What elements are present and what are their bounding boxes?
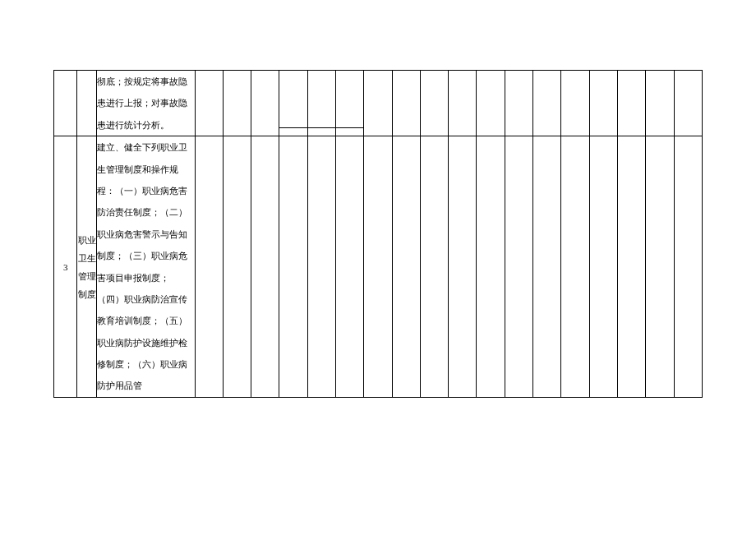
empty-cell	[223, 71, 251, 136]
description-text: 彻底；按规定将事故隐患进行上报；对事故隐患进行统计分析。	[97, 76, 187, 130]
category-cell: 职业卫生管理制度	[77, 136, 97, 398]
empty-cell	[505, 136, 532, 398]
document-table: 彻底；按规定将事故隐患进行上报；对事故隐患进行统计分析。	[53, 70, 703, 398]
empty-cell	[223, 136, 251, 398]
empty-cell	[364, 71, 392, 136]
empty-cell	[646, 136, 674, 398]
empty-cell	[561, 71, 589, 136]
empty-cell	[279, 128, 307, 136]
description-cell: 建立、健全下列职业卫生管理制度和操作规程：（一）职业病危害防治责任制度；（二）职…	[97, 136, 195, 398]
empty-cell	[307, 136, 335, 398]
empty-cell	[279, 71, 307, 128]
description-text: 建立、健全下列职业卫生管理制度和操作规程：（一）职业病危害防治责任制度；（二）职…	[97, 142, 187, 390]
empty-cell	[477, 136, 505, 398]
empty-cell	[307, 71, 335, 128]
empty-cell	[335, 136, 363, 398]
description-cell: 彻底；按规定将事故隐患进行上报；对事故隐患进行统计分析。	[97, 71, 195, 136]
row-number: 3	[63, 262, 68, 272]
empty-cell	[449, 136, 477, 398]
empty-cell	[251, 71, 279, 136]
empty-cell	[420, 71, 448, 136]
empty-cell	[392, 136, 420, 398]
empty-cell	[505, 71, 532, 136]
empty-cell	[364, 136, 392, 398]
empty-cell	[617, 71, 645, 136]
empty-cell	[617, 136, 645, 398]
empty-cell	[392, 71, 420, 136]
row-number-cell	[54, 71, 77, 136]
empty-cell	[674, 136, 702, 398]
empty-cell	[477, 71, 505, 136]
empty-cell	[561, 136, 589, 398]
empty-cell	[646, 71, 674, 136]
empty-cell	[251, 136, 279, 398]
table-row: 彻底；按规定将事故隐患进行上报；对事故隐患进行统计分析。	[54, 71, 703, 128]
empty-cell	[335, 71, 363, 128]
empty-cell	[533, 136, 561, 398]
empty-cell	[589, 71, 617, 136]
category-text: 职业卫生管理制度	[77, 231, 96, 303]
empty-cell	[335, 128, 363, 136]
empty-cell	[195, 71, 223, 136]
empty-cell	[589, 136, 617, 398]
empty-cell	[307, 128, 335, 136]
empty-cell	[533, 71, 561, 136]
empty-cell	[195, 136, 223, 398]
empty-cell	[420, 136, 448, 398]
empty-cell	[279, 136, 307, 398]
category-cell	[77, 71, 97, 136]
empty-cell	[674, 71, 702, 136]
row-number-cell: 3	[54, 136, 77, 398]
empty-cell	[449, 71, 477, 136]
table-row: 3 职业卫生管理制度 建立、健全下列职业卫生管理制度和操作规程：（一）职业病危害…	[54, 136, 703, 398]
